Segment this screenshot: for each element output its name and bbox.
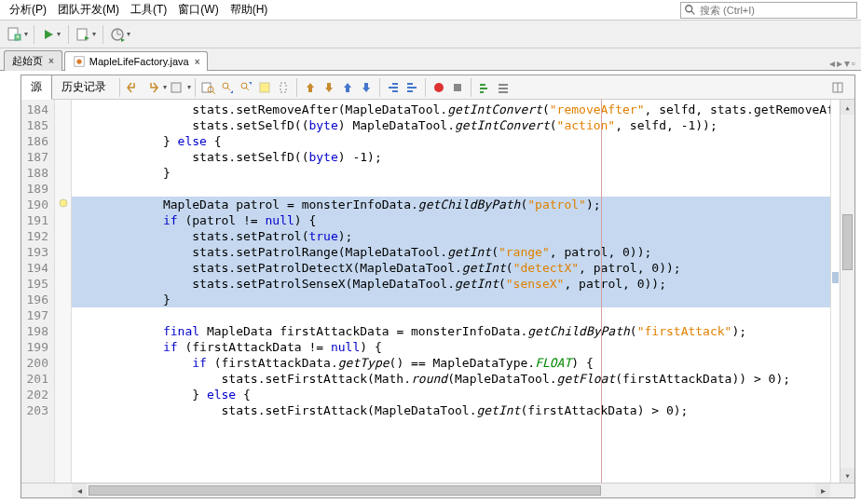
search-input[interactable] [700,5,856,16]
line-number[interactable]: 192 [21,228,54,244]
split-editor-button[interactable] [828,78,847,97]
glyph-margin[interactable] [55,100,72,483]
code-line[interactable]: stats.setFirstAttack(MapleDataTool.getIn… [72,402,830,418]
close-icon[interactable]: × [195,57,200,67]
stop-macro-button[interactable] [448,78,467,97]
line-number-gutter[interactable]: 1841851861871881891901911921931941951961… [21,100,55,483]
profile-button[interactable]: ▾ [109,23,131,46]
code-line[interactable]: stats.setPatrolSenseX(MapleDataTool.getI… [72,276,830,292]
next-error-button[interactable] [357,78,376,97]
code-line[interactable]: stats.setSelfD((byte) MapleDataTool.getI… [72,117,830,133]
new-file-button[interactable]: +▾ [6,23,28,46]
scroll-track[interactable] [87,484,815,497]
overview-ruler[interactable] [830,100,840,483]
code-line[interactable]: stats.setPatrol(true); [72,228,830,244]
code-line[interactable]: if (firstAttackData != null) { [72,339,830,355]
line-number[interactable]: 200 [21,355,54,371]
line-number[interactable]: 197 [21,307,54,323]
code-line[interactable]: stats.setFirstAttack(Math.round(MapleDat… [72,371,830,387]
code-line[interactable]: } [72,165,830,181]
scroll-left-icon[interactable]: ◂ [829,57,835,70]
find-next-button[interactable] [237,78,255,97]
menu-team[interactable]: 团队开发(M) [52,0,125,20]
nav-forward-button[interactable] [143,78,161,97]
find-selection-button[interactable] [199,78,218,97]
tab-list-icon[interactable]: ▾ [844,57,850,70]
hint-icon[interactable] [58,198,69,209]
menu-tools[interactable]: 工具(T) [125,0,172,20]
scroll-thumb[interactable] [89,485,601,496]
code-line[interactable]: } [72,292,830,307]
line-number[interactable]: 184 [21,102,54,117]
line-number[interactable]: 202 [21,387,54,402]
line-number[interactable]: 193 [21,244,54,260]
tab-start-page[interactable]: 起始页 × [4,50,62,71]
line-number[interactable]: 201 [21,371,54,387]
svg-marker-20 [230,90,233,93]
run-button[interactable]: ▾ [40,23,62,46]
code-line[interactable]: final MapleData firstAttackData = monste… [72,323,830,339]
code-line[interactable]: } else { [72,387,830,402]
code-line[interactable]: stats.setSelfD((byte) -1); [72,149,830,165]
dropdown-arrow-icon[interactable]: ▾ [187,83,191,91]
line-number[interactable]: 185 [21,117,54,133]
line-number[interactable]: 188 [21,165,54,181]
scroll-right-icon[interactable]: ▸ [837,57,842,70]
line-number[interactable]: 203 [21,402,54,418]
find-prev-button[interactable] [218,78,237,97]
next-bookmark-button[interactable] [320,78,338,97]
bookmark-button[interactable] [274,78,293,97]
debug-button[interactable]: ▾ [75,23,97,46]
code-editor[interactable]: 1841851861871881891901911921931941951961… [21,100,854,483]
shift-right-button[interactable] [403,78,421,97]
line-number[interactable]: 194 [21,260,54,276]
code-line[interactable]: stats.setRemoveAfter(MapleDataTool.getIn… [72,102,830,117]
scroll-right-icon[interactable]: ▸ [815,484,830,497]
nav-back-button[interactable] [124,78,143,97]
code-line[interactable]: if (patrol != null) { [72,212,830,228]
scroll-down-icon[interactable]: ▾ [840,468,854,483]
close-icon[interactable]: × [48,56,54,66]
prev-error-button[interactable] [338,78,357,97]
code-line[interactable] [72,307,830,323]
code-line[interactable]: if (firstAttackData.getType() == MapleDa… [72,355,830,371]
svg-rect-25 [280,83,286,92]
line-number[interactable]: 191 [21,212,54,228]
uncomment-button[interactable] [494,78,512,97]
source-tab[interactable]: 源 [21,75,52,100]
code-line[interactable]: stats.setPatrolDetectX(MapleDataTool.get… [72,260,830,276]
start-macro-button[interactable] [430,78,448,97]
code-line[interactable]: stats.setPatrolRange(MapleDataTool.getIn… [72,244,830,260]
highlight-button[interactable] [255,78,274,97]
svg-marker-23 [249,82,252,85]
line-number[interactable]: 186 [21,133,54,149]
line-number[interactable]: 196 [21,292,54,307]
dropdown-arrow-icon: ▾ [57,30,61,38]
comment-button[interactable] [475,78,494,97]
horizontal-scrollbar[interactable]: ◂ ▸ [21,483,854,497]
menu-window[interactable]: 窗口(W) [172,0,224,20]
history-tab[interactable]: 历史记录 [52,75,116,99]
toolbar-button[interactable] [167,78,185,97]
line-number[interactable]: 190 [21,197,54,212]
vertical-scrollbar[interactable]: ▴ ▾ [840,100,854,483]
prev-bookmark-button[interactable] [301,78,320,97]
line-number[interactable]: 199 [21,339,54,355]
line-number[interactable]: 195 [21,276,54,292]
scroll-thumb[interactable] [842,214,853,270]
search-box[interactable] [680,2,857,19]
tab-java-file[interactable]: MapleLifeFactory.java × [64,51,209,71]
menu-help[interactable]: 帮助(H) [225,0,274,20]
scroll-left-icon[interactable]: ◂ [72,484,87,497]
code-line[interactable] [72,181,830,197]
line-number[interactable]: 187 [21,149,54,165]
shift-left-button[interactable] [384,78,403,97]
code-line[interactable]: } else { [72,133,830,149]
code-line[interactable]: MapleData patrol = monsterInfoData.getCh… [72,197,830,212]
scroll-up-icon[interactable]: ▴ [840,100,854,115]
line-number[interactable]: 198 [21,323,54,339]
maximize-icon[interactable]: ▫ [852,57,855,70]
line-number[interactable]: 189 [21,181,54,197]
code-content[interactable]: stats.setRemoveAfter(MapleDataTool.getIn… [72,100,830,483]
menu-analysis[interactable]: 分析(P) [4,0,52,20]
